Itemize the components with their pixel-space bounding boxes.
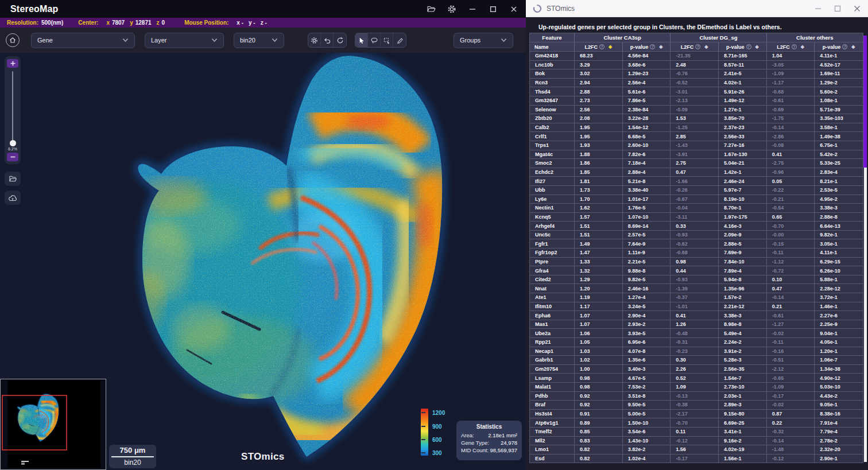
value-cell: -0.54 xyxy=(767,203,815,212)
sort-diamond-icon[interactable]: ◆ xyxy=(704,44,708,49)
table-row[interactable]: Pdhb0.923.51e-8-0.132.03e-1-0.174.43e-2 xyxy=(530,391,863,401)
table-row[interactable]: Echdc21.852.88e-40.471.42e-1-0.962.83e-4 xyxy=(530,168,863,177)
viewer-canvas[interactable]: 6.2% 750 μm bin20 xyxy=(0,53,526,470)
gene-name-cell: Ptpre xyxy=(530,257,575,266)
table-row[interactable]: Lmo10.823.82e-21.564.02e-19-1.482.32e-20 xyxy=(530,445,863,454)
scrollbar-track[interactable] xyxy=(864,168,867,462)
home-button[interactable] xyxy=(6,33,20,47)
column-header-cell[interactable]: p-value?◆ xyxy=(623,42,671,51)
table-row[interactable]: Trps11.932.60e-10-1.437.27e-16-0.086.75e… xyxy=(530,141,863,150)
minimize-icon[interactable] xyxy=(808,1,828,17)
table-row[interactable]: Malat10.987.53e-21.092.73e-10-1.095.03e-… xyxy=(530,382,863,391)
table-row[interactable]: Ly6e1.701.01e-17-0.678.19e-10-0.214.95e-… xyxy=(530,195,863,204)
column-header-cell[interactable]: p-value?◆ xyxy=(815,42,863,51)
column-header-cell[interactable]: p-value?◆ xyxy=(719,42,767,51)
table-row[interactable]: Gabrb11.021.35e-60.305.28e-3-0.511.06e-7 xyxy=(530,355,863,364)
table-row[interactable]: Necap11.034.07e-8-0.233.91e-2-0.161.20e-… xyxy=(530,347,863,356)
table-row[interactable]: Atp6v1g10.891.50e-10-0.706.69e-250.227.9… xyxy=(530,418,863,427)
zoom-slider-thumb[interactable] xyxy=(10,140,16,146)
table-row[interactable]: Ate11.191.27e-4-0.371.57e-2-0.143.72e-1 xyxy=(530,293,863,302)
table-row[interactable]: Ifi271.815.21e-8-1.662.46e-240.058.21e-1 xyxy=(530,176,863,185)
table-row[interactable]: Ptpre1.332.21e-50.987.84e-10-1.126.29e-1… xyxy=(530,257,863,266)
scrollbar-thumb[interactable] xyxy=(863,36,867,168)
sort-diamond-icon[interactable]: ◆ xyxy=(755,44,759,49)
table-row[interactable]: Zbtb202.083.22e-281.533.85e-70-1.753.35e… xyxy=(530,114,863,123)
table-row[interactable]: Nnat1.202.46e-16-1.391.35e-960.472.28e-1… xyxy=(530,283,863,293)
help-icon[interactable]: ? xyxy=(650,44,655,49)
cursor-tool-icon[interactable] xyxy=(355,33,368,47)
table-row[interactable]: Calb21.951.54e-12-1.252.37e-23-0.143.58e… xyxy=(530,123,863,132)
table-row[interactable]: Ifitm101.173.24e-5-1.012.21e-120.211.46e… xyxy=(530,302,863,311)
table-row[interactable]: Arhgef41.518.69e-140.334.16e-3-0.706.64e… xyxy=(530,221,863,230)
table-row[interactable]: Bok3.021.29e-23-0.762.41e-5-1.091.69e-11 xyxy=(530,69,863,78)
sort-diamond-icon[interactable]: ◆ xyxy=(801,44,804,49)
groups-dropdown[interactable]: Groups xyxy=(454,33,513,48)
sort-diamond-icon[interactable]: ◆ xyxy=(851,44,855,49)
table-row[interactable]: Thsd42.885.61e-6-3.015.91e-26-0.685.60e-… xyxy=(530,87,863,96)
table-row[interactable]: Mll20.831.43e-10-0.129.16e-2-0.142.78e-2 xyxy=(530,436,863,445)
column-header-cell[interactable]: L2FC?◆ xyxy=(671,42,719,51)
sort-diamond-icon[interactable]: ◆ xyxy=(659,44,662,49)
table-row[interactable]: Lnc10b3.293.68e-62.488.57e-11-3.054.52e-… xyxy=(530,60,863,69)
table-row[interactable]: Gm207541.003.40e-32.262.56e-35-2.121.34e… xyxy=(530,364,863,374)
table-row[interactable]: Kcnq51.571.07e-10-3.111.97e-1750.652.88e… xyxy=(530,212,863,222)
help-icon[interactable]: ? xyxy=(746,44,751,49)
minimap[interactable] xyxy=(0,379,106,470)
table-row[interactable]: Hs3st40.915.00e-5-2.179.15e-800.878.38e-… xyxy=(530,409,863,418)
rect-select-tool-icon[interactable] xyxy=(381,33,393,47)
pen-tool-icon[interactable] xyxy=(393,33,406,47)
maximize-icon[interactable] xyxy=(828,1,847,17)
gene-name-cell: Bok xyxy=(530,69,575,78)
table-row[interactable]: Unc5c1.512.57e-5-0.932.09e-9-0.009.82e-1 xyxy=(530,230,863,239)
table-row[interactable]: Mgat4c1.887.82e-6-3.911.67e-1300.415.42e… xyxy=(530,150,863,159)
column-header-cell[interactable]: L2FC?◆ xyxy=(767,42,815,51)
table-row[interactable]: Gfra41.329.88e-80.447.89e-4-0.726.26e-10 xyxy=(530,266,863,275)
redo-refresh-icon[interactable] xyxy=(334,33,346,47)
table-row[interactable]: Crlf11.956.68e-52.852.56e-33-2.861.49e-3… xyxy=(530,131,863,141)
table-row[interactable]: Fgfr11.497.64e-9-0.622.88e-5-0.153.05e-1 xyxy=(530,239,863,248)
zoom-out-button[interactable] xyxy=(7,153,18,161)
close-icon[interactable] xyxy=(847,1,867,17)
table-row[interactable]: Rpp211.056.95e-6-0.312.24e-2-0.114.05e-1 xyxy=(530,337,863,347)
table-row[interactable]: Epha61.072.90e-40.413.38e-3-0.612.27e-6 xyxy=(530,310,863,320)
table-row[interactable]: Fgfr1op21.471.11e-9-0.687.69e-9-0.114.11… xyxy=(530,248,863,257)
table-row[interactable]: Smoc21.867.18e-42.755.04e-21-2.755.33e-2… xyxy=(530,158,863,168)
layer-dropdown[interactable]: Layer xyxy=(145,33,224,48)
table-row[interactable]: Braf0.929.50e-5-0.382.89e-3-0.029.05e-1 xyxy=(530,400,863,409)
help-icon[interactable]: ? xyxy=(792,44,797,49)
open-folder-icon[interactable] xyxy=(423,3,440,15)
table-row[interactable]: Gm4241868.234.56e-84-21.358.71e-1651.044… xyxy=(530,51,863,60)
table-row[interactable]: Ube2a1.063.93e-5-0.485.49e-4-0.029.04e-1 xyxy=(530,328,863,337)
zoom-slider-track[interactable] xyxy=(12,71,13,143)
table-scrollbar[interactable] xyxy=(863,18,867,462)
maximize-icon[interactable] xyxy=(485,3,502,15)
close-icon[interactable] xyxy=(505,3,522,15)
table-row[interactable]: Nectin11.621.76e-5-0.048.70e-1-0.543.38e… xyxy=(530,203,863,212)
column-header-cell[interactable]: L2FC?◆ xyxy=(575,42,623,51)
gene-dropdown[interactable]: Gene xyxy=(31,33,135,48)
table-row[interactable]: Esd0.821.02e-4-0.171.56e-1-0.122.90e-1 xyxy=(530,454,863,463)
value-cell: -0.02 xyxy=(767,400,815,409)
table-row[interactable]: Rcn32.942.56e-4-0.524.02e-1-1.171.29e-2 xyxy=(530,78,863,87)
help-icon[interactable]: ? xyxy=(599,44,604,49)
open-file-button[interactable] xyxy=(5,172,21,186)
cloud-upload-button[interactable] xyxy=(5,191,21,205)
help-icon[interactable]: ? xyxy=(842,44,847,49)
table-row[interactable]: Cited21.299.82e-5-0.935.94e-80.105.88e-1 xyxy=(530,275,863,284)
value-cell: 1.26 xyxy=(671,320,719,329)
settings-gear-icon[interactable] xyxy=(443,3,460,15)
minimize-icon[interactable] xyxy=(464,3,481,15)
table-row[interactable]: Mas11.072.93e-21.268.98e-8-1.272.25e-9 xyxy=(530,320,863,329)
table-row[interactable]: Ubb1.733.38e-40-0.265.97e-7-0.222.53e-5 xyxy=(530,185,863,195)
bin-dropdown[interactable]: bin20 xyxy=(234,33,284,48)
zoom-in-button[interactable] xyxy=(7,59,18,68)
undo-icon[interactable] xyxy=(321,33,334,47)
table-row[interactable]: Tmeff20.853.54e-60.113.41e-1-0.327.79e-4 xyxy=(530,427,863,436)
sort-diamond-icon[interactable]: ◆ xyxy=(609,44,612,49)
table-row[interactable]: Selenow2.562.38e-84-0.091.27e-1-0.695.71… xyxy=(530,105,863,114)
table-row[interactable]: Lsamp0.984.67e-50.521.54e-7-0.654.90e-12 xyxy=(530,373,863,382)
help-icon[interactable]: ? xyxy=(695,44,700,49)
table-row[interactable]: Gm326472.737.86e-5-2.131.49e-12-0.611.08… xyxy=(530,96,863,105)
view-settings-gear-icon[interactable] xyxy=(308,33,321,47)
lasso-tool-icon[interactable] xyxy=(368,33,381,47)
